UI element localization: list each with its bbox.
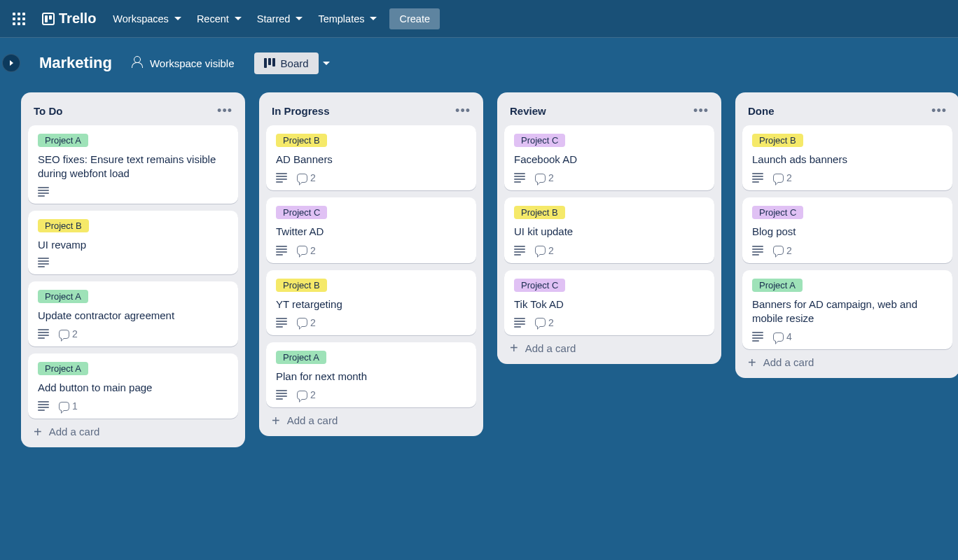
card[interactable]: Project BUI kit update2 bbox=[504, 197, 714, 262]
card-label[interactable]: Project B bbox=[38, 219, 89, 232]
description-icon bbox=[38, 401, 49, 411]
card-label[interactable]: Project A bbox=[752, 279, 803, 292]
list-menu-button[interactable]: ••• bbox=[217, 104, 232, 118]
comment-icon bbox=[297, 318, 307, 327]
add-card-label: Add a card bbox=[763, 356, 814, 368]
comment-count: 2 bbox=[72, 328, 78, 340]
nav-recent[interactable]: Recent bbox=[190, 9, 249, 29]
card[interactable]: Project CTik Tok AD2 bbox=[504, 270, 714, 335]
description-icon bbox=[276, 390, 287, 400]
comment-icon bbox=[59, 402, 69, 411]
card-title: SEO fixes: Ensure text remains visible d… bbox=[38, 153, 228, 181]
card[interactable]: Project BAD Banners2 bbox=[266, 125, 476, 190]
comment-icon bbox=[297, 246, 307, 255]
comment-badge: 2 bbox=[535, 172, 554, 183]
nav-item-label: Templates bbox=[318, 13, 364, 24]
card[interactable]: Project BUI revamp bbox=[28, 211, 238, 274]
card-title: Launch ads banners bbox=[752, 153, 943, 167]
cards-container: Project BAD Banners2Project CTwitter AD2… bbox=[266, 125, 476, 407]
card-label[interactable]: Project A bbox=[38, 290, 88, 303]
nav-templates[interactable]: Templates bbox=[311, 9, 384, 29]
top-nav: Trello WorkspacesRecentStarredTemplates … bbox=[0, 0, 958, 38]
card[interactable]: Project ABanners for AD campaign, web an… bbox=[742, 270, 952, 350]
card-footer: 2 bbox=[752, 172, 943, 183]
card[interactable]: Project CTwitter AD2 bbox=[266, 197, 476, 262]
card-label[interactable]: Project C bbox=[514, 134, 565, 147]
comment-count: 2 bbox=[548, 172, 554, 183]
add-card-button[interactable]: +Add a card bbox=[28, 419, 238, 439]
card-footer: 2 bbox=[38, 328, 228, 340]
apps-menu-button[interactable] bbox=[6, 8, 32, 29]
list-menu-button[interactable]: ••• bbox=[455, 104, 471, 118]
cards-container: Project ASEO fixes: Ensure text remains … bbox=[28, 125, 238, 419]
list-menu-button[interactable]: ••• bbox=[931, 104, 947, 118]
view-dropdown-button[interactable] bbox=[323, 62, 330, 65]
card-label[interactable]: Project C bbox=[276, 206, 327, 219]
card[interactable]: Project AUpdate contractor agreement2 bbox=[28, 281, 238, 346]
list-title[interactable]: In Progress bbox=[272, 105, 330, 117]
comment-icon bbox=[535, 174, 546, 183]
card-label[interactable]: Project B bbox=[276, 279, 327, 292]
card[interactable]: Project APlan for next month2 bbox=[266, 342, 476, 407]
card-label[interactable]: Project A bbox=[38, 134, 88, 147]
chevron-down-icon bbox=[235, 17, 242, 20]
create-button[interactable]: Create bbox=[389, 8, 440, 29]
card[interactable]: Project BYT retargeting2 bbox=[266, 270, 476, 335]
add-card-button[interactable]: +Add a card bbox=[742, 349, 952, 370]
add-card-label: Add a card bbox=[49, 426, 100, 438]
card-label[interactable]: Project A bbox=[38, 362, 88, 375]
card-label[interactable]: Project C bbox=[514, 279, 565, 292]
add-card-button[interactable]: +Add a card bbox=[266, 407, 476, 428]
card[interactable]: Project AAdd button to main page1 bbox=[28, 354, 238, 419]
card-label[interactable]: Project C bbox=[752, 206, 803, 219]
trello-logo[interactable]: Trello bbox=[35, 6, 103, 31]
comment-badge: 2 bbox=[297, 317, 316, 328]
comment-icon bbox=[59, 330, 69, 339]
card-footer bbox=[38, 187, 228, 197]
board-canvas[interactable]: To Do•••Project ASEO fixes: Ensure text … bbox=[0, 88, 958, 560]
board-title[interactable]: Marketing bbox=[39, 54, 112, 72]
list-title[interactable]: Review bbox=[510, 105, 546, 117]
nav-item-label: Starred bbox=[257, 13, 291, 24]
nav-workspaces[interactable]: Workspaces bbox=[106, 9, 188, 29]
card-footer: 4 bbox=[752, 331, 943, 342]
board-view-button[interactable]: Board bbox=[254, 52, 319, 74]
card[interactable]: Project CBlog post2 bbox=[742, 197, 952, 262]
comment-icon bbox=[297, 391, 307, 400]
card-title: YT retargeting bbox=[276, 298, 466, 312]
cards-container: Project BLaunch ads banners2Project CBlo… bbox=[742, 125, 952, 349]
description-icon bbox=[752, 246, 763, 255]
comment-count: 2 bbox=[786, 245, 792, 256]
chevron-down-icon bbox=[370, 17, 377, 20]
comment-count: 1 bbox=[72, 400, 78, 412]
comment-icon bbox=[773, 332, 784, 342]
card-footer: 2 bbox=[752, 245, 943, 256]
comment-badge: 2 bbox=[535, 245, 554, 256]
card[interactable]: Project CFacebook AD2 bbox=[504, 125, 714, 190]
card-label[interactable]: Project B bbox=[276, 134, 327, 147]
list-title[interactable]: Done bbox=[748, 105, 775, 117]
people-icon bbox=[132, 58, 144, 68]
card[interactable]: Project ASEO fixes: Ensure text remains … bbox=[28, 125, 238, 204]
card-label[interactable]: Project B bbox=[514, 206, 565, 219]
chevron-down-icon bbox=[174, 17, 181, 20]
nav-item-label: Recent bbox=[197, 13, 229, 24]
visibility-button[interactable]: Workspace visible bbox=[125, 53, 242, 74]
comment-badge: 2 bbox=[773, 245, 792, 256]
chevron-right-icon bbox=[10, 60, 13, 66]
list: Done•••Project BLaunch ads banners2Proje… bbox=[735, 92, 958, 378]
nav-starred[interactable]: Starred bbox=[250, 9, 310, 29]
card-footer: 2 bbox=[276, 172, 466, 183]
cards-container: Project CFacebook AD2Project BUI kit upd… bbox=[504, 125, 714, 335]
sidebar-expand-button[interactable] bbox=[2, 54, 20, 72]
trello-board-icon bbox=[42, 13, 55, 25]
comment-icon bbox=[297, 174, 307, 183]
card-label[interactable]: Project B bbox=[752, 134, 803, 147]
list: Review•••Project CFacebook AD2Project BU… bbox=[497, 92, 721, 364]
card-label[interactable]: Project A bbox=[276, 351, 326, 364]
card[interactable]: Project BLaunch ads banners2 bbox=[742, 125, 952, 190]
list-menu-button[interactable]: ••• bbox=[693, 104, 709, 118]
add-card-button[interactable]: +Add a card bbox=[504, 335, 714, 356]
list-title[interactable]: To Do bbox=[34, 105, 62, 117]
card-footer: 1 bbox=[38, 400, 228, 412]
